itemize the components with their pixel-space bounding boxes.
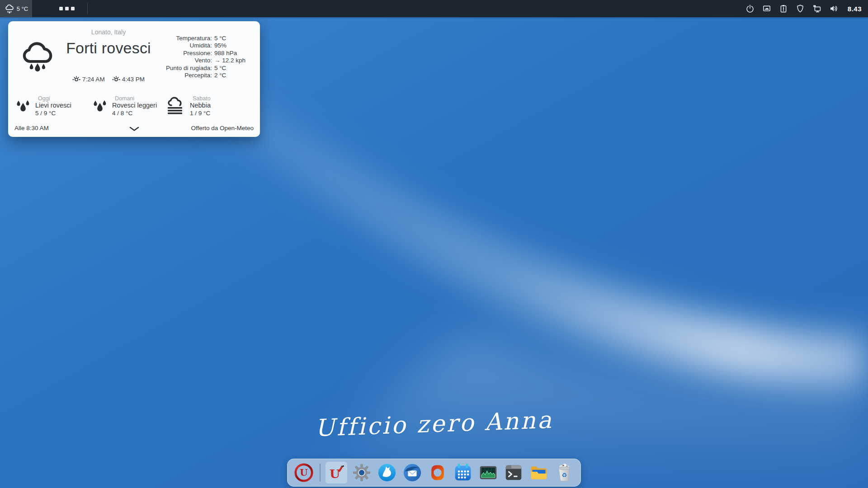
detail-value: 988 hPa: [214, 50, 245, 57]
network-icon[interactable]: [812, 4, 821, 13]
rain-drops-icon: [15, 96, 31, 116]
detail-value: → 12.2 kph: [214, 57, 245, 64]
top-panel: 5 °C: [0, 0, 868, 17]
panel-clock[interactable]: 8.43: [848, 5, 862, 13]
folder-icon: [528, 462, 549, 483]
volume-icon[interactable]: [829, 4, 838, 13]
librewolf-icon: [377, 462, 397, 483]
trash-full-icon: ♻: [554, 462, 575, 483]
detail-value: 5 °C: [214, 65, 245, 72]
forecast-condition: Nebbia: [190, 102, 211, 109]
dock-item-thunderbird-mail[interactable]: [401, 462, 423, 483]
dock-item-office-suite[interactable]: [427, 462, 448, 483]
forecast-temps: 4 / 8 °C: [112, 109, 157, 117]
dock-item-uz-launcher[interactable]: U: [326, 462, 347, 483]
weather-condition-text: Forti rovesci: [45, 39, 172, 57]
dock-item-trash[interactable]: ♻: [553, 462, 575, 483]
chevron-down-icon: [129, 127, 139, 131]
sunrise-icon: [72, 76, 80, 83]
panel-temperature: 5 °C: [17, 5, 28, 12]
weather-location: Lonato, Italy: [50, 28, 167, 36]
forecast-day: Domani: [112, 95, 157, 102]
sunset-time: 4:43 PM: [122, 76, 145, 83]
detail-label: Temperatura:: [166, 35, 212, 42]
last-updated: Alle 8:30 AM: [14, 125, 49, 131]
forecast-day: Oggi: [35, 95, 71, 102]
system-tray: 8.43: [745, 0, 868, 17]
forecast-tomorrow: Domani Rovesci leggeri 4 / 8 °C: [92, 95, 157, 117]
dock-item-librewolf-browser[interactable]: [376, 462, 398, 483]
expand-forecast-button[interactable]: [126, 124, 142, 133]
panel-separator: [87, 3, 88, 14]
system-monitor-icon: [478, 462, 499, 483]
dock-item-ufficio-zero-menu[interactable]: U: [293, 462, 315, 483]
sun-times: 7:24 AM 4:43 PM: [50, 76, 167, 83]
detail-label: Vento:: [166, 57, 212, 64]
dot: [59, 7, 63, 10]
power-icon[interactable]: [745, 4, 755, 13]
cloud-rain-icon: [4, 3, 15, 14]
gear-icon: [351, 462, 372, 483]
provider-attribution: Offerto da Open-Meteo: [191, 125, 254, 131]
dock-item-system-monitor[interactable]: [477, 462, 499, 483]
fog-icon: [165, 96, 185, 116]
terminal-icon: [503, 462, 524, 483]
weather-card-footer: Alle 8:30 AM Offerto da Open-Meteo: [8, 121, 260, 137]
sunset-icon: [112, 76, 120, 83]
dock-item-settings[interactable]: [351, 462, 373, 483]
sunrise-time: 7:24 AM: [82, 76, 105, 83]
detail-value: 95%: [214, 42, 245, 49]
dock-item-calendar[interactable]: [452, 462, 474, 483]
svg-text:U: U: [300, 467, 308, 478]
office-icon: [428, 463, 448, 483]
dock-item-terminal[interactable]: [503, 462, 524, 483]
detail-value: 5 °C: [214, 35, 245, 42]
detail-label: Umidità:: [166, 42, 212, 49]
calendar-icon: [453, 462, 473, 483]
forecast-temps: 5 / 9 °C: [35, 109, 71, 117]
weather-details: Temperatura: 5 °C Umidità: 95% Pressione…: [166, 35, 245, 79]
forecast-row: Oggi Lievi rovesci 5 / 9 °C Domani Roves…: [8, 95, 260, 121]
detail-value: 2 °C: [214, 72, 245, 79]
dock-separator: [320, 464, 321, 482]
forecast-condition: Lievi rovesci: [35, 102, 71, 109]
dock: U U: [287, 459, 581, 487]
forecast-today: Oggi Lievi rovesci 5 / 9 °C: [15, 95, 71, 117]
shield-icon[interactable]: [796, 4, 805, 13]
dock-item-file-manager[interactable]: [528, 462, 550, 483]
detail-label: Punto di rugiada:: [166, 65, 212, 72]
weather-popup-card: Lonato, Italy Forti rovesci 7:24 AM: [8, 21, 260, 137]
detail-label: Pressione:: [166, 50, 212, 57]
ufficio-zero-logo-icon: U: [293, 462, 314, 483]
forecast-saturday: Sabato Nebbia 1 / 9 °C: [165, 95, 211, 117]
rain-drops-icon: [92, 96, 108, 116]
svg-text:U: U: [330, 467, 340, 481]
forecast-condition: Rovesci leggeri: [112, 102, 157, 109]
dot: [71, 7, 75, 10]
uz-launcher-icon: U: [327, 464, 345, 482]
panel-weather-applet[interactable]: 5 °C: [0, 0, 32, 17]
display-icon[interactable]: [762, 4, 771, 13]
forecast-temps: 1 / 9 °C: [190, 109, 211, 117]
thunderbird-icon: [402, 462, 423, 483]
svg-text:♻: ♻: [561, 472, 567, 479]
clipboard-icon[interactable]: [779, 4, 788, 13]
detail-label: Percepita:: [166, 72, 212, 79]
forecast-day: Sabato: [190, 95, 211, 102]
dot: [65, 7, 69, 10]
panel-dots-menu[interactable]: [59, 0, 75, 17]
